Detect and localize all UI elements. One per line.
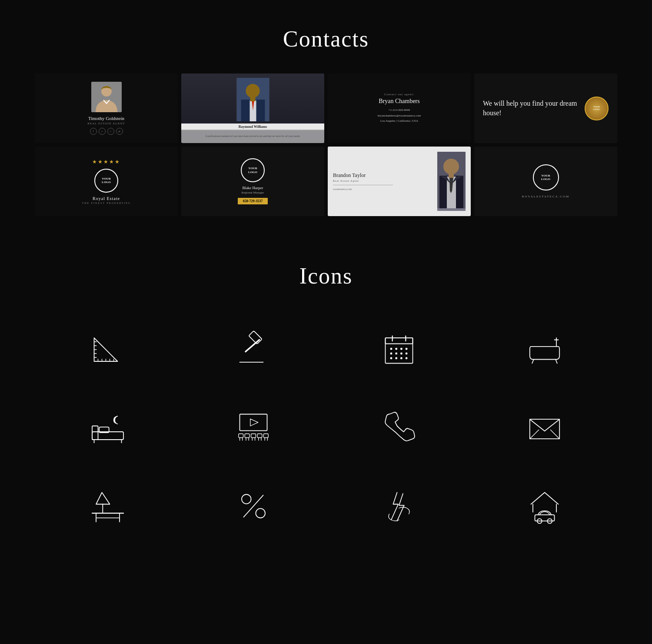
- facebook-icon[interactable]: f: [90, 128, 97, 135]
- svg-rect-58: [251, 434, 256, 438]
- brandon-name: Brandon Taylor: [333, 172, 433, 179]
- blake-logo-ring: YOUR LOGO: [241, 158, 265, 182]
- card-royal2: YOUR LOGO ROYALESTATECA.COM: [474, 147, 617, 216]
- contacts-title: Contacts: [35, 26, 617, 52]
- svg-point-32: [390, 348, 392, 350]
- cinema-icon: [234, 408, 273, 447]
- ruler-triangle-cell: [35, 310, 180, 389]
- bedroom-icon: [88, 408, 127, 447]
- svg-point-33: [395, 348, 397, 350]
- svg-point-40: [390, 357, 392, 359]
- svg-line-48: [556, 360, 557, 364]
- royal2-site: ROYALESTATECA.COM: [522, 195, 569, 198]
- icons-section: Icons: [0, 237, 652, 563]
- icons-grid: [35, 310, 617, 545]
- card-timothy: Timothy Goldstein REAL ESTATE AGENT f t …: [35, 73, 178, 143]
- svg-rect-13: [449, 174, 454, 178]
- icons-title: Icons: [35, 263, 617, 289]
- raymond-desc-bar: A professional standard of care have bee…: [181, 129, 324, 143]
- royal-estate-tagline: THE FINEST PROPERTIES: [82, 202, 131, 204]
- svg-point-12: [443, 159, 459, 174]
- calendar-cell: [326, 310, 472, 389]
- svg-point-36: [390, 353, 392, 354]
- svg-marker-14: [94, 338, 117, 361]
- instagram-icon[interactable]: i: [107, 128, 114, 135]
- gavel-icon: [234, 330, 273, 369]
- twitter-icon[interactable]: t: [99, 128, 106, 135]
- svg-point-38: [400, 353, 402, 354]
- bedroom-cell: [35, 389, 180, 467]
- svg-rect-7: [250, 97, 255, 101]
- contacts-row-1: Timothy Goldstein REAL ESTATE AGENT f t …: [35, 73, 617, 143]
- blake-phone: 650-729-3537: [238, 198, 268, 204]
- svg-line-72: [529, 430, 539, 439]
- ruler-triangle-icon: [88, 330, 127, 369]
- calendar-icon: [379, 330, 419, 369]
- brandon-info: Brandon Taylor Real Estate Agent royales…: [333, 172, 433, 190]
- contact-label-bryan: Contact our agent:: [384, 93, 415, 96]
- svg-point-35: [406, 348, 407, 350]
- svg-rect-28: [385, 338, 412, 364]
- garage-cell: [472, 467, 617, 545]
- card-royal-estate: ★★★★★ YOUR LOGO Royal Estate THE FINEST …: [35, 147, 178, 216]
- card-bryan: Contact our agent: Bryan Chambers +1-213…: [328, 73, 471, 143]
- phone-cell: [326, 389, 472, 467]
- svg-point-80: [256, 508, 265, 518]
- royal-logo-ring: YOUR LOGO: [94, 169, 118, 193]
- agent-name-timothy: Timothy Goldstein: [88, 116, 124, 121]
- phone-icon: [379, 408, 419, 447]
- contacts-row-2: ★★★★★ YOUR LOGO Royal Estate THE FINEST …: [35, 147, 617, 216]
- svg-point-41: [395, 357, 397, 359]
- royal2-logo-text: YOUR LOGO: [541, 174, 550, 181]
- linkedin-icon[interactable]: in: [116, 128, 123, 135]
- brandon-role: Real Estate Agent: [333, 180, 433, 182]
- royal2-logo-ring: YOUR LOGO: [533, 164, 559, 190]
- svg-rect-56: [238, 434, 243, 438]
- garage-icon: [525, 487, 564, 526]
- svg-rect-25: [249, 331, 262, 344]
- blake-logo-text: YOUR LOGO: [248, 167, 257, 174]
- blake-name: Blake Harper: [242, 186, 263, 190]
- svg-line-73: [550, 430, 559, 439]
- svg-point-39: [406, 353, 407, 354]
- dream-logo-text: YOUR LOGO: [593, 106, 600, 111]
- brandon-site: royalestateca.com: [333, 188, 433, 190]
- card-dream: We will help you find your dream house! …: [474, 73, 617, 143]
- svg-rect-60: [263, 434, 268, 438]
- mail-cell: [472, 389, 617, 467]
- mail-icon: [525, 408, 564, 447]
- svg-point-43: [406, 357, 407, 359]
- percent-cell: [180, 467, 326, 545]
- contact-name-bryan: Bryan Chambers: [379, 98, 419, 105]
- card-raymond: Raymond Williams A professional standard…: [181, 73, 324, 143]
- svg-line-47: [532, 360, 534, 364]
- lamp-table-cell: [35, 467, 180, 545]
- svg-rect-54: [240, 414, 267, 431]
- svg-rect-49: [92, 432, 123, 440]
- svg-rect-71: [529, 419, 559, 439]
- agent-photo-brandon: [437, 152, 466, 211]
- cinema-cell: [180, 389, 326, 467]
- lightning-icon: [379, 487, 419, 526]
- contact-detail-bryan: +1-213-920-8049 bryanchambers@royalestat…: [378, 107, 421, 124]
- svg-rect-59: [257, 434, 262, 438]
- svg-marker-55: [250, 419, 258, 426]
- card-brandon: Brandon Taylor Real Estate Agent royales…: [328, 147, 471, 216]
- percent-icon: [234, 487, 273, 526]
- brandon-divider: [333, 185, 393, 185]
- agent-photo-raymond: [236, 78, 269, 121]
- card-blake: YOUR LOGO Blake Harper Regional Manager …: [181, 147, 324, 216]
- bathtub-icon: [525, 330, 564, 369]
- stars-rating: ★★★★★: [92, 159, 120, 165]
- dream-house-text: We will help you find your dream house!: [483, 99, 579, 118]
- royal-logo-text: YOUR LOGO: [102, 177, 111, 184]
- svg-line-81: [243, 495, 263, 517]
- svg-point-6: [246, 84, 259, 98]
- svg-rect-57: [245, 434, 249, 438]
- gavel-cell: [180, 310, 326, 389]
- bathtub-cell: [472, 310, 617, 389]
- svg-rect-29: [385, 338, 412, 344]
- svg-point-79: [242, 494, 251, 504]
- royal-estate-name: Royal Estate: [93, 196, 120, 201]
- agent-title-timothy: REAL ESTATE AGENT: [87, 122, 125, 125]
